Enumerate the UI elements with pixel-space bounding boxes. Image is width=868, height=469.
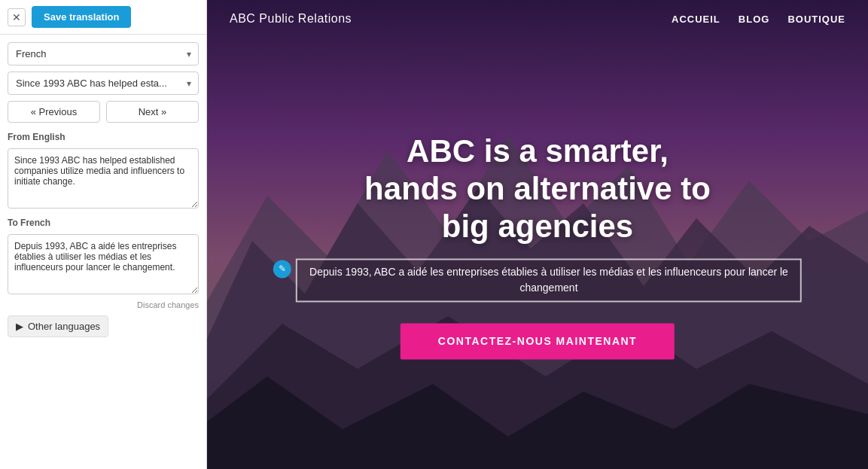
- previous-button[interactable]: « Previous: [8, 101, 100, 123]
- triangle-icon: ▶: [16, 321, 23, 332]
- discard-changes-link[interactable]: Discard changes: [8, 300, 199, 309]
- nav-link-accueil[interactable]: ACCUEIL: [672, 14, 720, 25]
- nav-link-boutique[interactable]: BOUTIQUE: [787, 14, 845, 25]
- edit-icon[interactable]: ✎: [273, 260, 291, 278]
- site-content: ABC is a smarter, hands on alternative t…: [273, 132, 802, 359]
- to-section-label: To French: [8, 218, 199, 228]
- website-navigation: ABC Public Relations ACCUEIL BLOG BOUTIQ…: [207, 0, 868, 38]
- panel-header: ✕ Save translation: [0, 0, 206, 35]
- to-french-textarea[interactable]: [8, 234, 199, 294]
- website-background: ABC Public Relations ACCUEIL BLOG BOUTIQ…: [207, 0, 868, 469]
- cta-button[interactable]: CONTACTEZ-NOUS MAINTENANT: [400, 323, 675, 359]
- heading-line3: big agencies: [442, 209, 633, 245]
- panel-body: French Spanish German Italian Portuguese…: [0, 35, 206, 469]
- website-preview: ABC Public Relations ACCUEIL BLOG BOUTIQ…: [207, 0, 868, 469]
- next-button[interactable]: Next »: [106, 101, 199, 123]
- close-button[interactable]: ✕: [8, 8, 26, 26]
- language-selector-wrapper: French Spanish German Italian Portuguese: [8, 42, 199, 65]
- translated-paragraph: Depuis 1993, ABC a aidé les entreprises …: [296, 258, 802, 302]
- from-section-label: From English: [8, 132, 199, 142]
- from-english-textarea[interactable]: [8, 148, 199, 209]
- string-select[interactable]: Since 1993 ABC has helped esta...: [8, 72, 199, 95]
- nav-link-blog[interactable]: BLOG: [739, 14, 770, 25]
- other-languages-label: Other languages: [28, 321, 100, 332]
- save-translation-button[interactable]: Save translation: [32, 6, 131, 28]
- nav-buttons: « Previous Next »: [8, 101, 199, 123]
- main-heading: ABC is a smarter, hands on alternative t…: [273, 132, 802, 246]
- translation-panel: ✕ Save translation French Spanish German…: [0, 0, 207, 469]
- heading-line2: hands on alternative to: [364, 171, 711, 206]
- translated-text-box: ✎ Depuis 1993, ABC a aidé les entreprise…: [273, 258, 802, 302]
- other-languages-toggle[interactable]: ▶ Other languages: [8, 315, 108, 337]
- nav-links: ACCUEIL BLOG BOUTIQUE: [672, 14, 845, 25]
- heading-line1: ABC is a smarter,: [407, 133, 669, 169]
- site-title: ABC Public Relations: [230, 12, 352, 26]
- language-select[interactable]: French Spanish German Italian Portuguese: [8, 42, 199, 65]
- string-selector-wrapper: Since 1993 ABC has helped esta...: [8, 72, 199, 95]
